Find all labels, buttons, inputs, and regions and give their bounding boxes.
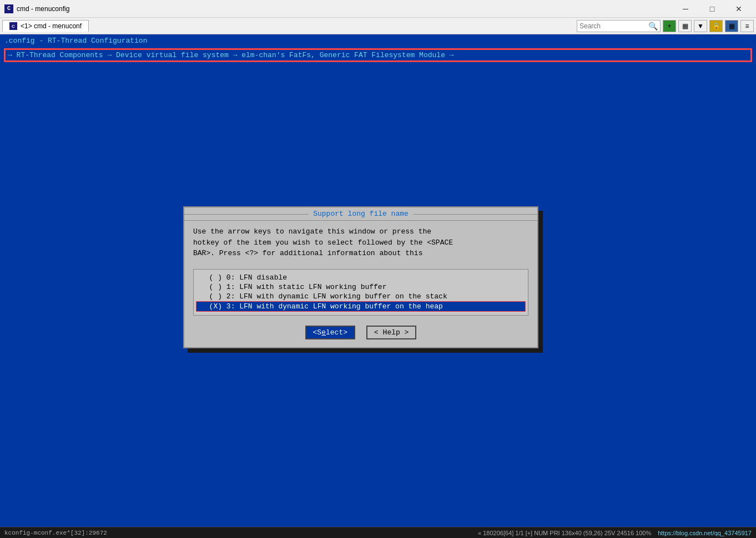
- status-coords: « 180206[64] 1/1 [+] NUM PRI 136x40 (59,…: [478, 530, 651, 536]
- select-button[interactable]: <Select>: [305, 326, 355, 339]
- dialog-buttons: <Select> < Help >: [184, 320, 537, 347]
- select-e-char: e: [321, 328, 326, 337]
- nav-path: → RT-Thread Components → Device virtual …: [8, 51, 748, 59]
- select-btn-text: <Select>: [313, 328, 347, 337]
- terminal-area: .config - RT-Thread Configuration → RT-T…: [0, 34, 756, 527]
- status-right: « 180206[64] 1/1 [+] NUM PRI 136x40 (59,…: [478, 530, 752, 536]
- toolbar-add-button[interactable]: +: [663, 20, 676, 32]
- tab-label: <1> cmd - menuconf: [21, 22, 82, 30]
- toolbar-dropdown-button[interactable]: ▼: [694, 20, 707, 32]
- status-link[interactable]: https://blog.csdn.net/qq_43745917: [658, 530, 752, 536]
- toolbar-view-button[interactable]: ▦: [678, 20, 692, 32]
- dialog-title-bar: Support long file name: [184, 207, 537, 221]
- dialog-desc-line3: BAR>. Press <?> for additional informati…: [193, 249, 422, 257]
- toolbar-right: 🔍 + ▦ ▼ 🔒 ▦ ≡: [577, 20, 754, 32]
- tab-cmd-menuconf[interactable]: C <1> cmd - menuconf: [2, 20, 89, 32]
- search-box[interactable]: 🔍: [577, 20, 661, 32]
- toolbar-columns-button[interactable]: ▦: [725, 20, 738, 32]
- help-button[interactable]: < Help >: [366, 326, 416, 339]
- title-bar-left: C cmd - menuconfig: [4, 4, 69, 13]
- breadcrumb-bar: .config - RT-Thread Configuration: [0, 34, 756, 47]
- dialog-desc-line2: hotkey of the item you wish to select fo…: [193, 238, 453, 247]
- restore-button[interactable]: □: [699, 1, 725, 17]
- menu-bar: C <1> cmd - menuconf 🔍 + ▦ ▼ 🔒 ▦ ≡: [0, 18, 756, 34]
- title-bar: C cmd - menuconfig ─ □ ✕: [0, 0, 756, 18]
- radio-0-radio: ( ): [209, 273, 222, 282]
- radio-item-2[interactable]: ( ) 2: LFN with dynamic LFN working buff…: [196, 292, 526, 301]
- toolbar-menu-button[interactable]: ≡: [740, 20, 754, 32]
- radio-3-radio: (X): [209, 302, 222, 311]
- search-button[interactable]: 🔍: [648, 22, 658, 31]
- app-icon: C: [4, 4, 13, 13]
- dialog-box: Support long file name Use the arrow key…: [183, 206, 538, 348]
- radio-0-label: 0: LFN disable: [226, 273, 287, 282]
- toolbar-lock-button[interactable]: 🔒: [709, 20, 723, 32]
- window-title: cmd - menuconfig: [17, 5, 69, 13]
- minimize-button[interactable]: ─: [673, 1, 698, 17]
- breadcrumb-text: .config - RT-Thread Configuration: [4, 37, 147, 45]
- dialog-overlay: Support long file name Use the arrow key…: [183, 206, 538, 348]
- radio-1-label: 1: LFN with static LFN working buffer: [226, 283, 387, 291]
- close-button[interactable]: ✕: [726, 1, 752, 17]
- status-bar: kconfig-mconf.exe*[32]:29672 « 180206[64…: [0, 527, 756, 538]
- tab-icon: C: [9, 22, 17, 30]
- radio-list-container: ( ) 0: LFN disable ( ) 1: LFN with stati…: [193, 269, 528, 316]
- status-left: kconfig-mconf.exe*[32]:29672: [4, 530, 107, 536]
- window-controls: ─ □ ✕: [673, 1, 752, 17]
- radio-1-radio: ( ): [209, 283, 222, 291]
- radio-3-label: 3: LFN with dynamic LFN working buffer o…: [226, 302, 443, 311]
- radio-item-3[interactable]: (X) 3: LFN with dynamic LFN working buff…: [196, 301, 526, 312]
- radio-item-1[interactable]: ( ) 1: LFN with static LFN working buffe…: [196, 282, 526, 292]
- radio-2-label: 2: LFN with dynamic LFN working buffer o…: [226, 292, 447, 301]
- search-input[interactable]: [579, 22, 646, 30]
- radio-2-radio: ( ): [209, 292, 222, 301]
- radio-item-0[interactable]: ( ) 0: LFN disable: [196, 273, 526, 282]
- nav-path-container: → RT-Thread Components → Device virtual …: [4, 49, 752, 62]
- dialog-title-text: Support long file name: [309, 210, 413, 218]
- dialog-desc-line1: Use the arrow keys to navigate this wind…: [193, 227, 431, 236]
- dialog-body: Use the arrow keys to navigate this wind…: [184, 221, 537, 265]
